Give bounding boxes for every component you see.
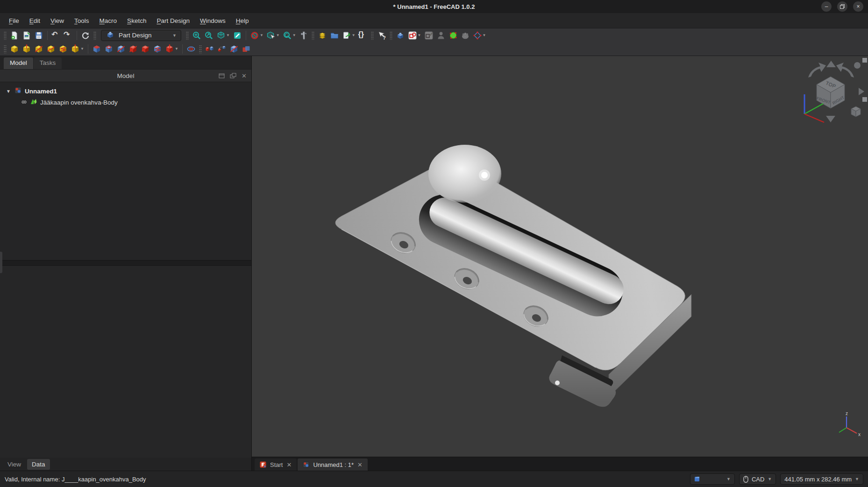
create-sketch-button[interactable]: ▼ [406, 29, 423, 42]
subtractive-primitive-button[interactable]: ▼ [164, 43, 180, 55]
menu-windows[interactable]: Windows [195, 17, 231, 24]
tree-row[interactable]: ▼Unnamed1 [0, 85, 251, 97]
subtractive-loft-button[interactable] [127, 43, 139, 55]
mdi-tab-label[interactable]: Start [270, 461, 283, 468]
additive-pipe-button[interactable] [45, 43, 57, 55]
3d-viewport[interactable]: TOP FRONT RIGHT [252, 56, 868, 457]
create-datum-button[interactable]: ▼ [471, 29, 488, 42]
boolean-operation-button[interactable] [240, 43, 252, 55]
pocket-button[interactable] [91, 43, 103, 55]
navigation-cube[interactable]: TOP FRONT RIGHT [802, 59, 864, 124]
nav-corner-marker-bottom[interactable] [862, 97, 867, 102]
model-panel-header[interactable]: Model ✕ [0, 69, 251, 82]
validate-sketch-button[interactable] [447, 29, 459, 42]
3d-model[interactable] [252, 56, 868, 457]
clipping-plane-button[interactable]: ▼ [249, 29, 265, 42]
additive-loft-button[interactable] [33, 43, 45, 55]
tab-view[interactable]: View [3, 459, 26, 470]
tree-item-label[interactable]: Jääkaapin ovenkahva-Body [40, 99, 118, 106]
toolbar-grip[interactable] [390, 31, 392, 40]
titlebar[interactable]: * Unnamed1 - FreeCAD 1.0.2 – × [0, 0, 868, 13]
pad-button[interactable] [8, 43, 21, 55]
expand-caret-icon[interactable]: ▼ [6, 89, 11, 94]
tree-row[interactable]: Jääkaapin ovenkahva-Body [0, 97, 251, 108]
view-dimensions[interactable]: 441.05 mm x 282.46 mm ▼ [780, 473, 863, 485]
panel-splitter[interactable] [0, 260, 251, 266]
menu-file[interactable]: File [4, 17, 24, 24]
menu-macro[interactable]: Macro [94, 17, 122, 24]
toolbar-separator [246, 31, 246, 40]
toolbar-grip[interactable] [4, 45, 7, 53]
measure-button[interactable] [298, 29, 310, 42]
dock-icon[interactable] [219, 73, 225, 79]
tab-model[interactable]: Model [4, 57, 33, 69]
panel-close-icon[interactable]: ✕ [242, 73, 247, 79]
close-tab-icon[interactable]: ✕ [357, 461, 363, 468]
tab-tasks[interactable]: Tasks [34, 57, 62, 69]
menu-sketch[interactable]: Sketch [122, 17, 151, 24]
minimize-button[interactable]: – [821, 1, 832, 12]
panel-slide-handle[interactable] [0, 252, 2, 273]
multitransform-button[interactable] [228, 43, 240, 55]
mirrored-button[interactable] [185, 43, 197, 55]
standard-views-button[interactable]: ▼ [215, 29, 231, 42]
zoom-selection-button[interactable] [203, 29, 215, 42]
toolbar-grip[interactable] [312, 31, 314, 40]
whats-this-button[interactable]: ? [376, 29, 388, 42]
open-file-button[interactable] [21, 29, 33, 42]
new-file-button[interactable] [8, 29, 21, 42]
attach-sketch-icon [436, 31, 446, 40]
hole-button[interactable] [103, 43, 115, 55]
menu-tools[interactable]: Tools [69, 17, 94, 24]
linear-pattern-button[interactable] [204, 43, 216, 55]
nav-corner-marker-top[interactable] [862, 58, 867, 63]
navigation-style-selector[interactable]: CAD ▼ [739, 473, 776, 485]
toolbar-grip[interactable] [186, 31, 189, 40]
workbench-selector[interactable]: Part Design▼ [101, 30, 181, 41]
dimensions-value: 441.05 mm x 282.46 mm [784, 476, 852, 483]
revolution-button[interactable] [21, 43, 33, 55]
layout-selector[interactable]: ▼ [690, 473, 735, 485]
mdi-tab-label[interactable]: Unnamed1 : 1* [313, 461, 354, 468]
body-icon [30, 98, 37, 106]
refresh-document-button[interactable] [79, 29, 92, 42]
groove-button[interactable] [115, 43, 127, 55]
fit-all-button[interactable] [191, 29, 203, 42]
redo-button[interactable]: ↷ [62, 29, 74, 42]
close-button[interactable]: × [853, 1, 863, 12]
sync-view-button[interactable] [231, 29, 243, 42]
additive-helix-button[interactable] [57, 43, 69, 55]
create-body-button[interactable] [394, 29, 406, 42]
mirrored-icon [186, 44, 196, 54]
expression-editor-button[interactable]: {} [357, 29, 369, 42]
toolbar-grip[interactable] [199, 45, 202, 53]
save-file-button[interactable] [33, 29, 45, 42]
toolbar-grip[interactable] [4, 31, 7, 40]
mdi-tab-start[interactable]: Start✕ [255, 459, 297, 471]
toolbar-grip[interactable] [93, 31, 96, 40]
polar-pattern-button[interactable] [216, 43, 228, 55]
float-icon[interactable] [230, 73, 236, 79]
set-appearance-button[interactable] [316, 29, 328, 42]
maximize-button[interactable] [837, 1, 847, 12]
zoom-tools-button[interactable]: ▼ [281, 29, 298, 42]
menu-help[interactable]: Help [231, 17, 254, 24]
tree-item-label[interactable]: Unnamed1 [25, 88, 57, 95]
create-link-button[interactable]: ▼ [341, 29, 357, 42]
subtractive-helix-icon [153, 44, 162, 54]
tab-data[interactable]: Data [27, 459, 50, 470]
isometric-mini-cube[interactable] [851, 106, 861, 117]
create-group-button[interactable] [328, 29, 341, 42]
toolbar-grip[interactable] [371, 31, 374, 40]
close-tab-icon[interactable]: ✕ [286, 461, 292, 468]
document-icon [14, 87, 21, 95]
menu-view[interactable]: View [45, 17, 69, 24]
mdi-tab-document[interactable]: Unnamed1 : 1*✕ [298, 459, 368, 471]
menu-part-design[interactable]: Part Design [151, 17, 195, 24]
undo-button[interactable]: ↶ [50, 29, 62, 42]
additive-primitive-button[interactable]: ▼ [69, 43, 85, 55]
subtractive-pipe-button[interactable] [139, 43, 151, 55]
menu-edit[interactable]: Edit [24, 17, 45, 24]
draw-style-button[interactable]: ▼ [265, 29, 281, 42]
subtractive-helix-button[interactable] [151, 43, 164, 55]
